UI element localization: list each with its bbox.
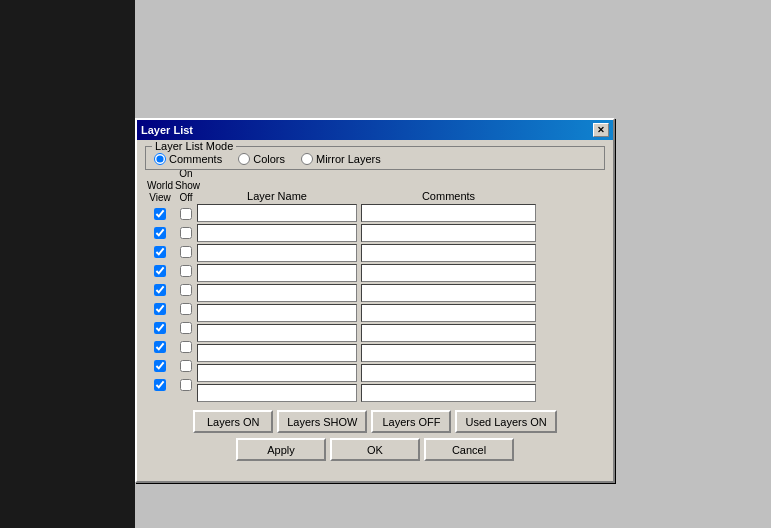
layers-off-button[interactable]: Layers OFF [371, 410, 451, 433]
layer-name-input[interactable] [197, 344, 357, 362]
comments-input[interactable] [361, 244, 536, 262]
comments-input[interactable] [361, 264, 536, 282]
cancel-button[interactable]: Cancel [424, 438, 514, 461]
mode-mirror-text: Mirror Layers [316, 153, 381, 165]
layer-list-dialog: Layer List ✕ Layer List Mode Comments Co… [135, 118, 615, 483]
comments-input[interactable] [361, 344, 536, 362]
world-view-checkbox[interactable] [154, 303, 166, 315]
comments-input[interactable] [361, 284, 536, 302]
on-show-off-checkbox[interactable] [180, 246, 192, 258]
mode-group: Layer List Mode Comments Colors Mirror L… [145, 146, 605, 170]
layer-name-input-row [197, 324, 357, 343]
layer-name-input-row [197, 304, 357, 323]
on-show-off-checkbox[interactable] [180, 360, 192, 372]
table-row [145, 242, 197, 261]
layer-name-input[interactable] [197, 264, 357, 282]
world-view-checkbox[interactable] [154, 379, 166, 391]
layer-name-input-row [197, 344, 357, 363]
mode-colors-text: Colors [253, 153, 285, 165]
comments-input-row [361, 224, 536, 243]
mode-comments-label[interactable]: Comments [154, 153, 222, 165]
table-row [145, 318, 197, 337]
mode-mirror-label[interactable]: Mirror Layers [301, 153, 381, 165]
on-show-off-checkbox[interactable] [180, 227, 192, 239]
layer-name-input-row [197, 384, 357, 403]
layer-name-input[interactable] [197, 204, 357, 222]
layer-name-input[interactable] [197, 384, 357, 402]
close-button[interactable]: ✕ [593, 123, 609, 137]
col-header-world: WorldView [145, 180, 175, 204]
layers-on-button[interactable]: Layers ON [193, 410, 273, 433]
on-show-off-checkbox[interactable] [180, 265, 192, 277]
bottom-buttons-row1: Layers ON Layers SHOW Layers OFF Used La… [145, 410, 605, 433]
left-columns: WorldView OnShowOff [145, 176, 197, 404]
comments-input-row [361, 284, 536, 303]
comments-input[interactable] [361, 364, 536, 382]
comments-input[interactable] [361, 204, 536, 222]
layer-name-input-row [197, 204, 357, 223]
bottom-buttons-row2: Apply OK Cancel [145, 438, 605, 461]
on-show-off-checkbox[interactable] [180, 208, 192, 220]
layer-name-input-row [197, 284, 357, 303]
comments-input[interactable] [361, 224, 536, 242]
background-left [0, 0, 135, 528]
world-view-checkbox[interactable] [154, 208, 166, 220]
on-show-off-checkbox[interactable] [180, 284, 192, 296]
table-row [145, 337, 197, 356]
comments-input-row [361, 304, 536, 323]
mode-colors-label[interactable]: Colors [238, 153, 285, 165]
comments-input[interactable] [361, 384, 536, 402]
world-view-checkbox[interactable] [154, 322, 166, 334]
table-row [145, 280, 197, 299]
world-view-checkbox[interactable] [154, 265, 166, 277]
on-show-off-checkbox[interactable] [180, 303, 192, 315]
ok-button[interactable]: OK [330, 438, 420, 461]
comments-input-row [361, 364, 536, 383]
layer-name-rows [197, 204, 357, 404]
comments-input-row [361, 264, 536, 283]
world-view-checkbox[interactable] [154, 246, 166, 258]
comments-column: Comments [361, 176, 536, 404]
mode-colors-radio[interactable] [238, 153, 250, 165]
on-show-off-checkbox[interactable] [180, 379, 192, 391]
used-layers-on-button[interactable]: Used Layers ON [455, 410, 556, 433]
world-view-checkbox[interactable] [154, 227, 166, 239]
world-view-checkbox[interactable] [154, 360, 166, 372]
comments-input-row [361, 324, 536, 343]
table-row [145, 356, 197, 375]
world-view-checkbox[interactable] [154, 284, 166, 296]
col-header-comments: Comments [361, 176, 536, 204]
layer-name-input[interactable] [197, 324, 357, 342]
comments-input-row [361, 384, 536, 403]
layer-name-input[interactable] [197, 244, 357, 262]
layer-name-input[interactable] [197, 364, 357, 382]
layer-table: WorldView OnShowOff Layer Name Comments [145, 176, 605, 404]
apply-button[interactable]: Apply [236, 438, 326, 461]
table-row [145, 261, 197, 280]
on-show-off-checkbox[interactable] [180, 341, 192, 353]
comments-input[interactable] [361, 304, 536, 322]
layer-name-input[interactable] [197, 224, 357, 242]
dialog-body: Layer List Mode Comments Colors Mirror L… [137, 140, 613, 467]
layer-name-input[interactable] [197, 304, 357, 322]
table-row [145, 204, 197, 223]
comments-rows [361, 204, 536, 404]
mode-comments-text: Comments [169, 153, 222, 165]
comments-input-row [361, 244, 536, 263]
mode-comments-radio[interactable] [154, 153, 166, 165]
on-show-off-checkbox[interactable] [180, 322, 192, 334]
layers-show-button[interactable]: Layers SHOW [277, 410, 367, 433]
left-rows-container [145, 204, 197, 394]
dialog-title: Layer List [141, 124, 193, 136]
mode-mirror-radio[interactable] [301, 153, 313, 165]
title-bar: Layer List ✕ [137, 120, 613, 140]
col-header-layer-name: Layer Name [197, 176, 357, 204]
comments-input[interactable] [361, 324, 536, 342]
layer-name-input[interactable] [197, 284, 357, 302]
world-view-checkbox[interactable] [154, 341, 166, 353]
col-header-on-show-off: OnShowOff [175, 168, 197, 204]
comments-input-row [361, 204, 536, 223]
table-row [145, 299, 197, 318]
mode-group-legend: Layer List Mode [152, 140, 236, 152]
layer-name-input-row [197, 224, 357, 243]
